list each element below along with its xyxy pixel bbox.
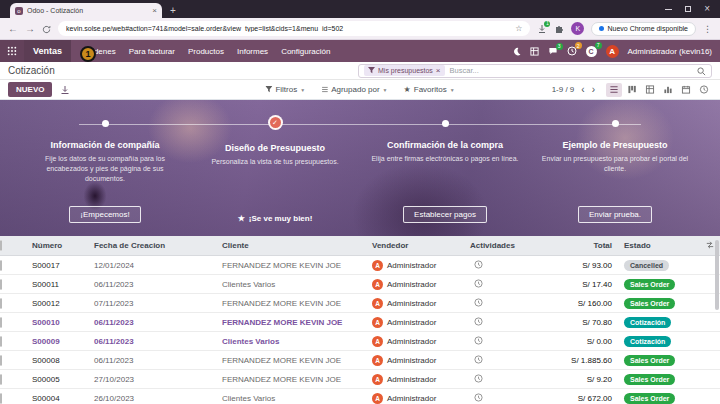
control-panel: NUEVO Filtros ▼ Agrupado por ▼ ★ Favorit… [0, 80, 720, 100]
search-input[interactable]: Mis presupuestos × Buscar... [358, 64, 712, 78]
pager-previous-icon[interactable]: ‹ [581, 85, 584, 95]
table-row[interactable]: S00017 12/01/2024 FERNANDEZ MORE KEVIN J… [0, 256, 720, 275]
row-checkbox[interactable] [0, 260, 2, 271]
lets-start-button[interactable]: ¡Empecemos! [69, 206, 140, 223]
maximize-icon[interactable] [685, 6, 691, 12]
download-icon[interactable]: 1 [537, 24, 547, 34]
minimize-icon[interactable] [665, 9, 672, 10]
table-row[interactable]: S00009 06/11/2023 Clientes Varios AAdmin… [0, 332, 720, 351]
search-icon[interactable] [697, 62, 706, 80]
menu-informes[interactable]: Informes [237, 47, 268, 56]
activity-clock-icon[interactable] [466, 336, 538, 347]
vertical-scrollbar[interactable] [715, 240, 719, 310]
favorites-star-icon: ★ [404, 85, 411, 94]
calendar-view-icon[interactable] [678, 83, 694, 97]
status-badge: Cotización [624, 317, 671, 328]
menu-productos[interactable]: Productos [188, 47, 224, 56]
new-tab-button[interactable]: + [170, 5, 176, 16]
activity-clock-icon[interactable] [466, 393, 538, 404]
user-menu[interactable]: Administrador (kevin16) [628, 47, 712, 56]
send-sample-button[interactable]: Enviar prueba. [578, 206, 652, 223]
col-actividades[interactable]: Actividades [466, 241, 538, 250]
graph-view-icon[interactable] [660, 83, 676, 97]
browser-menu-icon[interactable]: ⋮ [703, 24, 712, 34]
forward-icon[interactable]: → [25, 24, 35, 34]
extensions-puzzle-icon[interactable] [554, 24, 564, 34]
table-row[interactable]: S00005 27/10/2023 FERNANDEZ MORE KEVIN J… [0, 370, 720, 389]
new-button[interactable]: NUEVO [8, 82, 52, 97]
pager-range: 1-9 / 9 [552, 85, 575, 94]
filters-button[interactable]: Filtros ▼ [265, 85, 305, 94]
bookmark-star-icon[interactable]: ☆ [515, 24, 522, 33]
apps-grid-icon[interactable] [0, 40, 24, 62]
group-by-button[interactable]: Agrupado por ▼ [321, 85, 387, 94]
kanban-view-icon[interactable] [624, 83, 640, 97]
row-checkbox[interactable] [0, 298, 2, 309]
export-icon[interactable] [60, 81, 70, 99]
step-dot-icon [102, 120, 109, 127]
table-header: Número Fecha de Creacion Cliente Vendedo… [0, 236, 720, 256]
activity-view-icon[interactable] [696, 83, 712, 97]
star-icon: ★ [238, 214, 245, 223]
activity-clock-icon[interactable] [466, 298, 538, 309]
filter-funnel-icon [368, 67, 375, 74]
table-row[interactable]: S00011 06/11/2023 Clientes Varios AAdmin… [0, 275, 720, 294]
extension-c-icon[interactable]: C 7 [586, 46, 597, 57]
table-row[interactable]: S00010 06/11/2023 FERNANDEZ MORE KEVIN J… [0, 313, 720, 332]
looks-great-label[interactable]: ★ ¡Se ve muy bien! [238, 214, 313, 223]
back-icon[interactable]: ← [8, 24, 18, 34]
status-badge: Sales Order [624, 393, 675, 404]
set-payments-button[interactable]: Establecer pagos [403, 206, 487, 223]
salesperson-avatar: A [372, 374, 383, 385]
pager-and-views: 1-9 / 9 ‹ › [552, 83, 712, 97]
list-view-icon[interactable] [606, 83, 622, 97]
activities-clock-icon[interactable]: 2 [567, 46, 577, 56]
filters-icon [265, 86, 272, 93]
row-checkbox[interactable] [0, 355, 2, 366]
row-checkbox[interactable] [0, 317, 2, 328]
row-checkbox[interactable] [0, 374, 2, 385]
tab-close-icon[interactable]: × [152, 6, 157, 15]
favorites-button[interactable]: ★ Favoritos ▼ [404, 85, 455, 94]
address-bar[interactable]: kevin.solse.pe/web#action=741&model=sale… [58, 21, 530, 36]
activity-clock-icon[interactable] [466, 279, 538, 290]
table-row[interactable]: S00004 26/10/2023 Clientes Varios AAdmin… [0, 389, 720, 404]
col-total[interactable]: Total [538, 241, 620, 250]
table-row[interactable]: S00012 07/11/2023 FERNANDEZ MORE KEVIN J… [0, 294, 720, 313]
search-facet[interactable]: Mis presupuestos × [364, 65, 445, 76]
col-estado[interactable]: Estado [620, 241, 700, 250]
browser-tab[interactable]: o Odoo - Cotización × [10, 3, 162, 18]
systray: 3 2 C 7 A Administrador (kevin16) [512, 45, 720, 58]
spreadsheet-icon[interactable] [530, 47, 539, 56]
menu-para-facturar[interactable]: Para facturar [129, 47, 175, 56]
pivot-view-icon[interactable] [642, 83, 658, 97]
select-all-checkbox[interactable] [0, 240, 2, 251]
status-badge: Sales Order [624, 298, 675, 309]
dark-mode-moon-icon[interactable] [512, 47, 521, 56]
app-name-ventas[interactable]: Ventas [24, 40, 71, 62]
row-checkbox[interactable] [0, 336, 2, 347]
window-close-icon[interactable]: × [704, 4, 710, 14]
refresh-icon[interactable] [42, 20, 51, 38]
activity-clock-icon[interactable] [466, 374, 538, 385]
chrome-update-button[interactable]: Nuevo Chrome disponible [591, 22, 696, 36]
activity-clock-icon[interactable] [466, 260, 538, 271]
table-row[interactable]: S00008 06/11/2023 FERNANDEZ MORE KEVIN J… [0, 351, 720, 370]
pager-next-icon[interactable]: › [592, 85, 595, 95]
messages-icon[interactable]: 3 [548, 47, 558, 56]
col-numero[interactable]: Número [28, 241, 90, 250]
user-avatar[interactable]: A [606, 45, 619, 58]
menu-configuracion[interactable]: Configuración [281, 47, 330, 56]
col-vendedor[interactable]: Vendedor [368, 241, 466, 250]
row-checkbox[interactable] [0, 393, 2, 404]
browser-profile-avatar[interactable]: K [571, 22, 584, 35]
chevron-down-icon: ▼ [450, 87, 455, 93]
activity-clock-icon[interactable] [466, 317, 538, 328]
row-checkbox[interactable] [0, 279, 2, 290]
window-controls: × [665, 0, 720, 18]
activity-clock-icon[interactable] [466, 355, 538, 366]
col-cliente[interactable]: Cliente [218, 241, 368, 250]
browser-window: o Odoo - Cotización × + × ← → kevin.sols… [0, 0, 720, 404]
facet-remove-icon[interactable]: × [436, 66, 441, 75]
col-fecha[interactable]: Fecha de Creacion [90, 241, 218, 250]
